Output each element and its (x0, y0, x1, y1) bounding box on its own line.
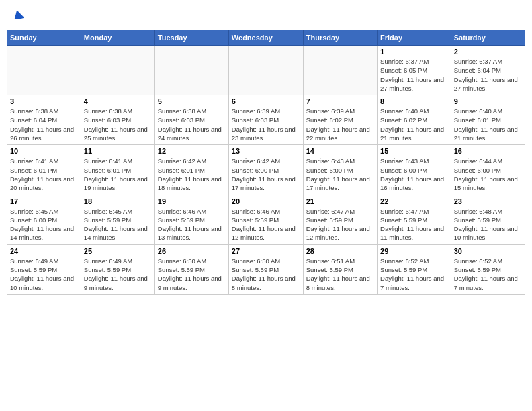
sunrise-label: Sunrise: 6:41 AM (84, 157, 132, 165)
sunset-label: Sunset: 6:00 PM (454, 167, 501, 174)
day-info: Sunrise: 6:51 AM Sunset: 5:59 PM Dayligh… (306, 257, 374, 292)
calendar-cell: 19 Sunrise: 6:46 AM Sunset: 5:59 PM Dayl… (154, 195, 228, 244)
sunrise-label: Sunrise: 6:49 AM (10, 257, 58, 265)
day-info: Sunrise: 6:41 AM Sunset: 6:01 PM Dayligh… (10, 156, 78, 192)
daylight-label: Daylight: 11 hours and 8 minutes. (306, 275, 370, 291)
sunrise-label: Sunrise: 6:43 AM (380, 157, 429, 165)
sunrise-label: Sunrise: 6:46 AM (232, 208, 280, 215)
day-info: Sunrise: 6:47 AM Sunset: 5:59 PM Dayligh… (380, 207, 448, 242)
calendar-cell: 29 Sunrise: 6:52 AM Sunset: 5:59 PM Dayl… (378, 244, 451, 294)
day-number: 22 (380, 197, 448, 205)
calendar-week-2: 3 Sunrise: 6:38 AM Sunset: 6:04 PM Dayli… (7, 95, 525, 145)
day-info: Sunrise: 6:38 AM Sunset: 6:03 PM Dayligh… (84, 107, 152, 142)
day-number: 20 (232, 197, 300, 205)
sunrise-label: Sunrise: 6:46 AM (158, 208, 206, 215)
daylight-label: Daylight: 11 hours and 18 minutes. (158, 175, 222, 191)
sunset-label: Sunset: 6:01 PM (454, 116, 501, 124)
daylight-label: Daylight: 11 hours and 8 minutes. (232, 275, 296, 291)
sunset-label: Sunset: 6:01 PM (10, 167, 57, 174)
weekday-header-wednesday: Wednesday (228, 30, 303, 46)
sunset-label: Sunset: 6:04 PM (454, 66, 501, 74)
day-number: 11 (84, 147, 152, 155)
sunset-label: Sunset: 5:59 PM (84, 266, 131, 273)
day-info: Sunrise: 6:42 AM Sunset: 6:01 PM Dayligh… (158, 156, 226, 192)
day-info: Sunrise: 6:47 AM Sunset: 5:59 PM Dayligh… (306, 207, 374, 242)
calendar-cell: 2 Sunrise: 6:37 AM Sunset: 6:04 PM Dayli… (451, 46, 525, 95)
daylight-label: Daylight: 11 hours and 13 minutes. (158, 225, 222, 241)
calendar-cell: 5 Sunrise: 6:38 AM Sunset: 6:03 PM Dayli… (154, 95, 228, 145)
sunrise-label: Sunrise: 6:51 AM (306, 257, 355, 265)
day-info: Sunrise: 6:43 AM Sunset: 6:00 PM Dayligh… (306, 156, 374, 192)
daylight-label: Daylight: 11 hours and 9 minutes. (84, 275, 148, 291)
day-number: 30 (454, 247, 522, 255)
day-number: 23 (454, 197, 522, 205)
daylight-label: Daylight: 11 hours and 25 minutes. (84, 126, 148, 142)
calendar-cell (303, 46, 377, 95)
sunset-label: Sunset: 6:02 PM (306, 116, 353, 124)
day-number: 26 (158, 247, 226, 255)
calendar-cell: 24 Sunrise: 6:49 AM Sunset: 5:59 PM Dayl… (7, 244, 81, 294)
calendar-cell: 14 Sunrise: 6:43 AM Sunset: 6:00 PM Dayl… (303, 145, 377, 195)
sunset-label: Sunset: 6:03 PM (232, 116, 279, 124)
sunrise-label: Sunrise: 6:41 AM (10, 157, 58, 165)
day-number: 18 (84, 197, 152, 205)
daylight-label: Daylight: 11 hours and 7 minutes. (454, 275, 518, 291)
day-number: 17 (10, 197, 78, 205)
sunset-label: Sunset: 6:02 PM (380, 116, 427, 124)
sunset-label: Sunset: 5:59 PM (10, 266, 57, 273)
weekday-header-friday: Friday (378, 30, 451, 46)
sunset-label: Sunset: 5:59 PM (158, 216, 205, 224)
daylight-label: Daylight: 11 hours and 17 minutes. (232, 175, 296, 191)
calendar-cell: 6 Sunrise: 6:39 AM Sunset: 6:03 PM Dayli… (228, 95, 303, 145)
day-info: Sunrise: 6:44 AM Sunset: 6:00 PM Dayligh… (454, 156, 522, 192)
calendar-cell: 8 Sunrise: 6:40 AM Sunset: 6:02 PM Dayli… (378, 95, 451, 145)
day-info: Sunrise: 6:42 AM Sunset: 6:00 PM Dayligh… (232, 156, 300, 192)
day-info: Sunrise: 6:50 AM Sunset: 5:59 PM Dayligh… (232, 257, 300, 292)
day-info: Sunrise: 6:49 AM Sunset: 5:59 PM Dayligh… (84, 257, 152, 292)
page-header (7, 7, 525, 24)
daylight-label: Daylight: 11 hours and 22 minutes. (306, 126, 370, 142)
sunset-label: Sunset: 5:59 PM (306, 216, 353, 224)
calendar-cell (154, 46, 228, 95)
calendar-cell (81, 46, 154, 95)
day-number: 16 (454, 147, 522, 155)
day-info: Sunrise: 6:38 AM Sunset: 6:04 PM Dayligh… (10, 107, 78, 142)
sunset-label: Sunset: 5:59 PM (232, 216, 279, 224)
calendar-week-4: 17 Sunrise: 6:45 AM Sunset: 6:00 PM Dayl… (7, 195, 525, 244)
day-info: Sunrise: 6:45 AM Sunset: 5:59 PM Dayligh… (84, 207, 152, 242)
sunrise-label: Sunrise: 6:39 AM (306, 107, 355, 115)
day-info: Sunrise: 6:46 AM Sunset: 5:59 PM Dayligh… (158, 207, 226, 242)
sunset-label: Sunset: 5:59 PM (380, 266, 427, 273)
weekday-header-monday: Monday (81, 30, 154, 46)
sunset-label: Sunset: 6:00 PM (232, 167, 279, 174)
calendar-cell: 30 Sunrise: 6:52 AM Sunset: 5:59 PM Dayl… (451, 244, 525, 294)
sunset-label: Sunset: 5:59 PM (380, 216, 427, 224)
day-number: 13 (232, 147, 300, 155)
day-number: 27 (232, 247, 300, 255)
sunrise-label: Sunrise: 6:38 AM (158, 107, 206, 115)
sunrise-label: Sunrise: 6:37 AM (380, 58, 429, 65)
calendar-cell: 27 Sunrise: 6:50 AM Sunset: 5:59 PM Dayl… (228, 244, 303, 294)
sunrise-label: Sunrise: 6:50 AM (158, 257, 206, 265)
weekday-header-tuesday: Tuesday (154, 30, 228, 46)
sunrise-label: Sunrise: 6:50 AM (232, 257, 280, 265)
sunset-label: Sunset: 6:01 PM (84, 167, 131, 174)
daylight-label: Daylight: 11 hours and 14 minutes. (10, 225, 74, 241)
sunrise-label: Sunrise: 6:42 AM (158, 157, 206, 165)
daylight-label: Daylight: 11 hours and 7 minutes. (380, 275, 444, 291)
sunrise-label: Sunrise: 6:40 AM (380, 107, 429, 115)
sunset-label: Sunset: 6:00 PM (10, 216, 57, 224)
day-info: Sunrise: 6:41 AM Sunset: 6:01 PM Dayligh… (84, 156, 152, 192)
day-number: 10 (10, 147, 78, 155)
daylight-label: Daylight: 11 hours and 15 minutes. (454, 175, 518, 191)
daylight-label: Daylight: 11 hours and 10 minutes. (454, 225, 518, 241)
sunrise-label: Sunrise: 6:47 AM (380, 208, 429, 215)
day-info: Sunrise: 6:49 AM Sunset: 5:59 PM Dayligh… (10, 257, 78, 292)
calendar-cell: 12 Sunrise: 6:42 AM Sunset: 6:01 PM Dayl… (154, 145, 228, 195)
calendar-cell: 23 Sunrise: 6:48 AM Sunset: 5:59 PM Dayl… (451, 195, 525, 244)
calendar-cell: 20 Sunrise: 6:46 AM Sunset: 5:59 PM Dayl… (228, 195, 303, 244)
day-info: Sunrise: 6:45 AM Sunset: 6:00 PM Dayligh… (10, 207, 78, 242)
day-info: Sunrise: 6:52 AM Sunset: 5:59 PM Dayligh… (454, 257, 522, 292)
day-number: 6 (232, 97, 300, 105)
sunset-label: Sunset: 6:01 PM (158, 167, 205, 174)
